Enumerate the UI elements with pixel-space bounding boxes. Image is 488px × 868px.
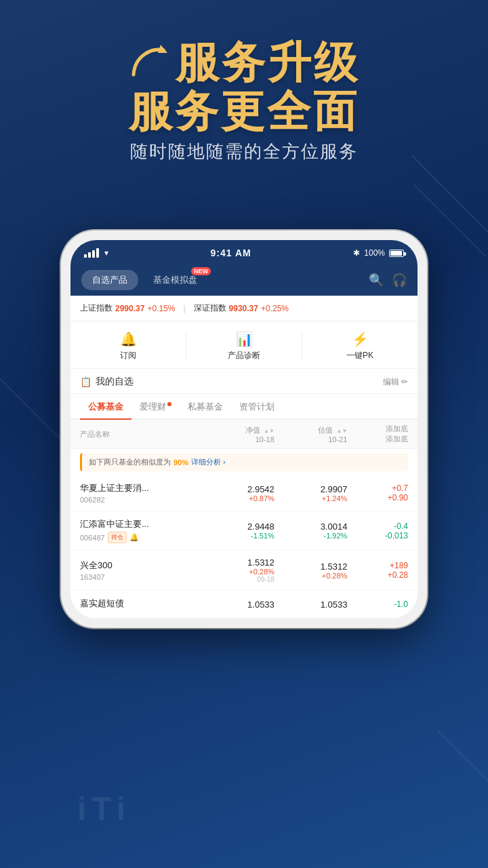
wifi-icon: ▾ (104, 248, 108, 258)
similarity-alert: 如下两只基金的相似度为 90% 详细分析 › (80, 453, 408, 471)
section-title: 📋 我的自选 (80, 376, 134, 388)
action-subscribe[interactable]: 🔔 订阅 (70, 331, 186, 361)
headline-text2: 服务更全面 (129, 87, 359, 136)
status-right: ✱ 100% (353, 248, 404, 258)
dot-badge (167, 402, 171, 406)
ticker-item-sh: 上证指数 2990.37 +0.15% (80, 302, 175, 314)
action-diagnose[interactable]: 📊 产品诊断 (186, 331, 302, 361)
pk-icon: ⚡ (352, 331, 369, 347)
edit-icon: ✏ (401, 377, 408, 387)
fund-est-2: 1.5312 +0.28% (274, 561, 348, 580)
quick-actions: 🔔 订阅 📊 产品诊断 ⚡ 一键PK (70, 321, 418, 369)
fund-row-1[interactable]: 汇添富中证主要... 006487 持仓 🔔 2.9448 -1.51% 3.0… (70, 511, 418, 551)
fund-name-1: 汇添富中证主要... (80, 518, 201, 530)
fund-nav-1: 2.9448 -1.51% (201, 521, 274, 540)
fund-code-1: 006487 持仓 🔔 (80, 532, 201, 543)
sz-change: +0.25% (261, 304, 289, 313)
col-header-nav: 净值 ▲▼ 10-18 (201, 425, 274, 443)
subtitle: 随时随地随需的全方位服务 (34, 140, 454, 163)
fund-row-2[interactable]: 兴全300 163407 1.5312 +0.28% 09-18 1.5312 … (70, 551, 418, 591)
fund-nav-0: 2.9542 +0.87% (201, 484, 274, 502)
fund-name-0: 华夏上证主要消... (80, 482, 201, 494)
fund-name-2: 兴全300 (80, 559, 201, 572)
sh-change: +0.15% (147, 304, 175, 313)
fund-name-3: 嘉实超短债 (80, 597, 201, 610)
fund-change-3: -1.0 (347, 599, 408, 609)
fund-row-0[interactable]: 华夏上证主要消... 006282 2.9542 +0.87% 2.9907 +… (70, 475, 418, 511)
sz-label: 深证指数 (194, 302, 226, 314)
phone-screen: ▾ 9:41 AM ✱ 100% 自选产品 (70, 240, 418, 618)
search-icon[interactable]: 🔍 (369, 273, 384, 288)
diagnose-label: 产品诊断 (228, 350, 260, 361)
table-header: 产品名称 净值 ▲▼ 10-18 估值 ▲▼ 10-21 添加底 添加底 (70, 420, 418, 449)
edit-button[interactable]: 编辑 ✏ (383, 376, 408, 388)
ticker-item-sz: 深证指数 9930.37 +0.25% (194, 302, 289, 314)
watchlist-label: 我的自选 (96, 376, 134, 388)
similarity-link[interactable]: 详细分析 › (191, 457, 226, 467)
headline-row1: 服务升级 (34, 41, 454, 84)
subscribe-label: 订阅 (120, 350, 136, 361)
tab-fund-sim[interactable]: 基金模拟盘 NEW (142, 270, 208, 290)
sh-label: 上证指数 (80, 302, 113, 314)
fund-nav-2: 1.5312 +0.28% 09-18 (201, 557, 274, 583)
sz-value: 9930.37 (229, 304, 258, 313)
status-left: ▾ (84, 248, 108, 258)
status-bar: ▾ 9:41 AM ✱ 100% (70, 240, 418, 264)
col-header-est: 估值 ▲▼ 10-21 (274, 425, 348, 443)
fund-est-0: 2.9907 +1.24% (274, 484, 348, 502)
fund-info-2: 兴全300 163407 (80, 559, 201, 581)
col-header-add: 添加底 添加底 (347, 424, 408, 444)
bell-icon-1: 🔔 (129, 533, 139, 542)
diagnose-icon: 📊 (236, 331, 253, 347)
cat-tab-wealth[interactable]: 爱理财 (131, 394, 180, 418)
status-time: 9:41 AM (211, 248, 251, 258)
headset-icon[interactable]: 🎧 (392, 273, 407, 288)
fund-change-1: -0.4 -0.013 (347, 521, 408, 540)
watchlist-icon: 📋 (80, 376, 92, 387)
new-badge: NEW (191, 267, 211, 275)
fund-est-1: 3.0014 -1.92% (274, 521, 348, 540)
iti-watermark: iTi (77, 790, 131, 827)
headline-line2: 服务更全面 (34, 90, 454, 133)
fund-tag-1: 持仓 (108, 532, 127, 543)
nav-bar: 自选产品 基金模拟盘 NEW 🔍 🎧 (70, 264, 418, 296)
fund-row-3[interactable]: 嘉实超短债 1.0533 1.0533 -1.0 (70, 591, 418, 618)
fund-info-3: 嘉实超短债 (80, 597, 201, 611)
fund-info-1: 汇添富中证主要... 006487 持仓 🔔 (80, 518, 201, 543)
phone-mockup: ▾ 9:41 AM ✱ 100% 自选产品 (61, 231, 427, 628)
fund-code-2: 163407 (80, 573, 201, 581)
signal-bars (84, 248, 99, 258)
battery-icon (389, 250, 404, 257)
pk-label: 一键PK (346, 350, 373, 361)
headline-text1: 服务升级 (176, 41, 360, 84)
similarity-pct: 90% (174, 458, 188, 467)
ticker-divider: | (183, 304, 185, 313)
sh-value: 2990.37 (115, 304, 144, 313)
fund-est-3: 1.0533 (274, 599, 348, 610)
section-header: 📋 我的自选 编辑 ✏ (70, 369, 418, 394)
top-section: 服务升级 服务更全面 随时随地随需的全方位服务 (0, 0, 488, 177)
category-tabs: 公募基金 爱理财 私募基金 资管计划 (70, 394, 418, 420)
fund-nav-3: 1.0533 (201, 599, 274, 610)
ticker-bar: 上证指数 2990.37 +0.15% | 深证指数 9930.37 +0.25… (70, 296, 418, 321)
similarity-text-prefix: 如下两只基金的相似度为 (89, 457, 171, 467)
sort-nav-icon: ▲▼ (264, 429, 274, 434)
sort-est-icon: ▲▼ (337, 429, 348, 434)
subscribe-icon: 🔔 (120, 331, 137, 347)
bluetooth-icon: ✱ (353, 248, 360, 258)
cat-tab-asset[interactable]: 资管计划 (231, 394, 283, 418)
fund-code-0: 006282 (80, 496, 201, 504)
cat-tab-private[interactable]: 私募基金 (180, 394, 231, 418)
fund-change-2: +189 +0.28 (347, 561, 408, 580)
nav-icons: 🔍 🎧 (369, 273, 407, 288)
cat-tab-public-fund[interactable]: 公募基金 (80, 394, 131, 418)
fund-info-0: 华夏上证主要消... 006282 (80, 482, 201, 504)
arrow-icon (128, 42, 169, 83)
nav-tabs: 自选产品 基金模拟盘 NEW (81, 270, 208, 290)
action-pk[interactable]: ⚡ 一键PK (302, 331, 418, 361)
tab-self-select[interactable]: 自选产品 (81, 270, 138, 290)
svg-marker-0 (158, 45, 167, 53)
battery-pct: 100% (364, 248, 385, 258)
fund-change-0: +0.7 +0.90 (347, 484, 408, 502)
phone-frame: ▾ 9:41 AM ✱ 100% 自选产品 (61, 231, 427, 628)
